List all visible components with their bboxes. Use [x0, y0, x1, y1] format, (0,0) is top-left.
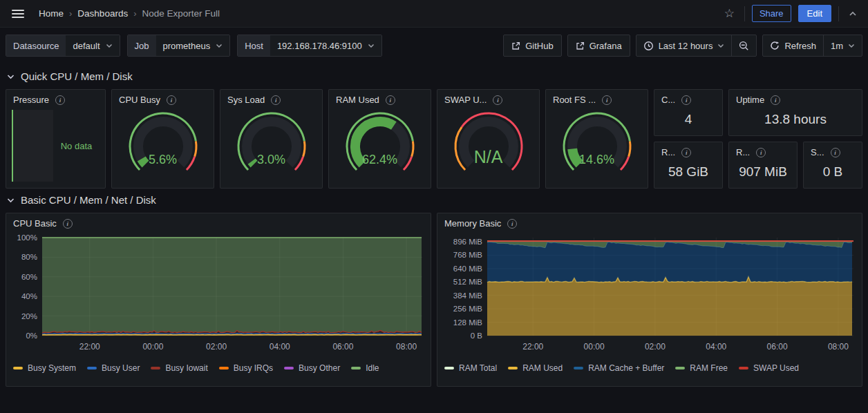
gauge-value: 5.6%: [112, 153, 214, 167]
panel-title: R...: [661, 147, 675, 157]
svg-text:04:00: 04:00: [706, 342, 726, 352]
grafana-link-button[interactable]: Grafana: [567, 35, 630, 57]
chevron-down-icon: [216, 44, 223, 48]
legend-item[interactable]: Idle: [351, 363, 379, 373]
panel-ram-total: R...i 907 MiB: [728, 142, 798, 189]
section-title: Quick CPU / Mem / Disk: [21, 70, 133, 82]
legend-swatch-icon: [219, 367, 229, 369]
gauge-value: 62.4%: [329, 153, 431, 167]
pressure-empty-chart: [13, 110, 53, 182]
refresh-interval-dropdown[interactable]: 1m: [824, 35, 862, 56]
legend-item[interactable]: Busy System: [13, 363, 76, 373]
info-icon[interactable]: i: [386, 95, 395, 105]
info-icon[interactable]: i: [756, 148, 766, 157]
legend-item[interactable]: Busy User: [87, 363, 140, 373]
svg-text:40%: 40%: [21, 292, 37, 300]
legend-item[interactable]: Busy Other: [284, 363, 340, 373]
svg-text:896 MiB: 896 MiB: [453, 238, 483, 246]
panel-ram-used: RAM Usedi 62.4%: [328, 89, 431, 189]
zoom-out-icon: [739, 41, 749, 51]
legend-label: Busy Other: [299, 363, 340, 373]
variable-value-dropdown[interactable]: prometheus: [156, 35, 230, 56]
stat-value: 13.8 hours: [729, 107, 862, 135]
menu-icon[interactable]: [8, 4, 28, 23]
variable-label: Datasource: [6, 35, 66, 56]
legend-swatch-icon: [351, 367, 361, 369]
top-nav: Home › Dashboards › Node Exporter Full ☆…: [0, 0, 868, 28]
panel-title: Uptime: [736, 95, 764, 105]
variable-value-dropdown[interactable]: 192.168.178.46:9100: [270, 35, 381, 56]
svg-text:384 MiB: 384 MiB: [453, 291, 483, 300]
svg-text:20%: 20%: [21, 312, 37, 320]
info-icon[interactable]: i: [831, 148, 840, 157]
legend-label: Busy Iowait: [165, 363, 207, 373]
svg-text:22:00: 22:00: [79, 342, 100, 352]
share-button[interactable]: Share: [752, 5, 791, 22]
panel-title: C...: [661, 95, 675, 105]
zoom-out-button[interactable]: [732, 35, 756, 56]
edit-button[interactable]: Edit: [798, 5, 831, 22]
section-title: Basic CPU / Mem / Net / Disk: [21, 194, 156, 206]
info-icon[interactable]: i: [602, 95, 612, 105]
dashboard-toolbar: Datasource default Job prometheus Host 1…: [0, 28, 868, 65]
legend-item[interactable]: RAM Cache + Buffer: [574, 363, 664, 373]
panel-cpu-busy: CPU Busyi 5.6%: [111, 89, 214, 189]
panel-title: SWAP U...: [444, 95, 487, 105]
variable-value-dropdown[interactable]: default: [66, 35, 119, 56]
github-link-button[interactable]: GitHub: [503, 35, 561, 57]
info-icon[interactable]: i: [55, 95, 65, 105]
panel-title: R...: [736, 147, 750, 157]
external-link-icon: [576, 41, 585, 50]
info-icon[interactable]: i: [167, 95, 176, 105]
legend-item[interactable]: RAM Free: [675, 363, 728, 373]
svg-text:128 MiB: 128 MiB: [453, 318, 483, 327]
info-icon[interactable]: i: [271, 95, 281, 105]
info-icon[interactable]: i: [493, 95, 502, 105]
chevron-down-icon: [106, 44, 113, 48]
legend-swatch-icon: [739, 367, 748, 369]
panel-title: CPU Basic: [13, 218, 57, 229]
collapse-top-chevron-icon[interactable]: [846, 8, 860, 20]
stat-value: 4: [654, 107, 722, 135]
legend-item[interactable]: RAM Total: [444, 363, 497, 373]
legend-item[interactable]: Busy Iowait: [151, 363, 207, 373]
legend-swatch-icon: [574, 367, 583, 369]
section-basic-cpu-mem-net-disk[interactable]: Basic CPU / Mem / Net / Disk: [0, 189, 868, 213]
legend-label: Busy System: [28, 363, 76, 373]
legend-item[interactable]: RAM Used: [508, 363, 563, 373]
svg-text:06:00: 06:00: [332, 342, 353, 352]
refresh-button[interactable]: Refresh: [763, 35, 823, 56]
chevron-down-icon: [717, 44, 724, 48]
svg-text:08:00: 08:00: [828, 342, 849, 352]
legend-label: RAM Total: [459, 363, 497, 373]
section-quick-cpu-mem-disk[interactable]: Quick CPU / Mem / Disk: [0, 65, 868, 89]
divider: [838, 6, 839, 21]
svg-text:0%: 0%: [26, 332, 37, 340]
legend-item[interactable]: Busy IRQs: [219, 363, 273, 373]
legend-item[interactable]: SWAP Used: [739, 363, 799, 373]
info-icon[interactable]: i: [681, 148, 691, 157]
info-icon[interactable]: i: [507, 219, 517, 229]
svg-text:02:00: 02:00: [645, 342, 666, 352]
svg-text:22:00: 22:00: [522, 342, 543, 352]
info-icon[interactable]: i: [771, 95, 780, 105]
info-icon[interactable]: i: [681, 95, 691, 105]
external-link-icon: [511, 41, 520, 50]
info-icon[interactable]: i: [63, 219, 73, 229]
svg-text:640 MiB: 640 MiB: [453, 265, 483, 273]
panel-cpu-cores: C...i 4: [654, 89, 723, 136]
panel-root-fs-used: Root FS ...i 14.6%: [545, 89, 648, 189]
divider: [744, 6, 745, 21]
chevron-right-icon: ›: [133, 8, 136, 19]
gauge-value: N/A: [437, 147, 539, 167]
svg-text:02:00: 02:00: [206, 342, 227, 352]
breadcrumb-home[interactable]: Home: [39, 8, 64, 19]
breadcrumb-dashboards[interactable]: Dashboards: [77, 8, 128, 19]
time-range-button[interactable]: Last 12 hours: [636, 35, 732, 56]
variable-label: Job: [128, 35, 156, 56]
star-icon[interactable]: ☆: [721, 5, 737, 22]
legend-label: Busy IRQs: [234, 363, 273, 373]
stat-value: 0 B: [804, 160, 862, 188]
legend-label: RAM Used: [522, 363, 563, 373]
memory-basic-legend: RAM TotalRAM UsedRAM Cache + BufferRAM F…: [437, 362, 862, 377]
